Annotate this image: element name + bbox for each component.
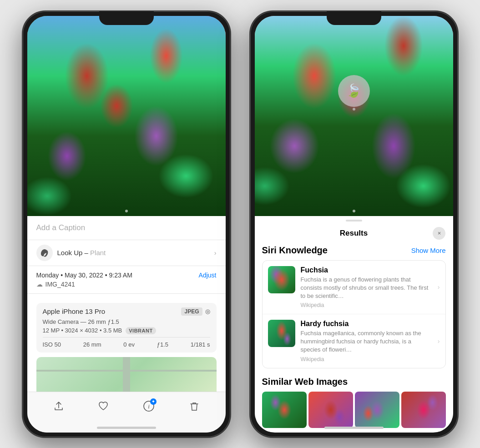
filename-row: ☁ IMG_4241 <box>36 281 217 288</box>
camera-spec: Wide Camera — 26 mm ƒ1.5 <box>43 318 210 325</box>
hardy-chevron-icon: › <box>438 337 440 345</box>
filename-text: IMG_4241 <box>45 281 75 288</box>
leaf-icon <box>40 248 49 257</box>
lookup-row[interactable]: Look Up – Plant › <box>27 240 226 266</box>
caption-field[interactable]: Add a Caption <box>27 216 226 240</box>
date-section: Monday • May 30, 2022 • 9:23 AM Adjust ☁… <box>27 266 226 294</box>
hardy-source: Wikipedia <box>301 356 432 362</box>
vibrant-badge: VIBRANT <box>126 327 156 334</box>
specs-row: 12 MP • 3024 × 4032 • 3.5 MB VIBRANT <box>43 327 210 334</box>
share-button[interactable] <box>54 401 64 414</box>
fuchsia-name: Fuchsia <box>301 266 432 274</box>
fuchsia-source: Wikipedia <box>301 302 432 308</box>
siri-knowledge-title: Siri Knowledge <box>262 245 328 256</box>
svg-text:i: i <box>148 403 150 410</box>
knowledge-card: Fuchsia Fuchsia is a genus of flowering … <box>262 260 446 368</box>
page-dot-right <box>353 210 355 212</box>
similar-images-row <box>262 392 446 428</box>
similar-section: Similar Web Images <box>255 373 453 432</box>
date-row: Monday • May 30, 2022 • 9:23 AM Adjust <box>36 272 217 279</box>
flower-photo-left[interactable] <box>27 16 226 216</box>
resolution-text: 12 MP • 3024 × 4032 • 3.5 MB <box>43 327 122 334</box>
home-indicator-left <box>97 427 156 429</box>
lookup-icon <box>36 245 53 261</box>
heart-button[interactable] <box>98 401 108 414</box>
siri-lookup-bubble[interactable]: 🍃 <box>338 75 370 107</box>
fuchsia-chevron-icon: › <box>438 283 440 291</box>
location-icon: ◎ <box>205 308 210 315</box>
hardy-info: Hardy fuchsia Fuchsia magellanica, commo… <box>301 320 432 362</box>
hardy-thumbnail <box>268 320 295 347</box>
hardy-desc: Fuchsia magellanica, commonly known as t… <box>301 329 432 354</box>
panel-handle[interactable] <box>346 220 362 221</box>
left-phone-inner: Add a Caption Look Up – Plant › Monday •… <box>27 16 226 433</box>
similar-image-4[interactable] <box>401 392 446 428</box>
siri-knowledge-header: Siri Knowledge Show More <box>262 245 446 256</box>
flower-bg-left <box>27 16 226 216</box>
exif-row: ISO 50 26 mm 0 ev ƒ1.5 1/181 s <box>43 337 210 348</box>
fuchsia-desc: Fuchsia is a genus of flowering plants t… <box>301 276 432 301</box>
right-phone-inner: 🍃 Results × Siri Knowled <box>255 16 453 433</box>
results-title: Results <box>340 229 368 238</box>
flower-bg-right <box>255 16 453 216</box>
iso-value: ISO 50 <box>43 341 61 348</box>
date-text: Monday • May 30, 2022 • 9:23 AM <box>36 272 132 279</box>
device-name: Apple iPhone 13 Pro <box>43 307 106 315</box>
results-header: Results × <box>255 225 453 245</box>
fuchsia-thumbnail <box>268 266 295 293</box>
shutter-value: 1/181 s <box>191 341 210 348</box>
caption-placeholder: Add a Caption <box>36 223 86 232</box>
left-phone: Add a Caption Look Up – Plant › Monday •… <box>22 10 231 438</box>
show-more-button[interactable]: Show More <box>411 247 446 254</box>
similar-image-1[interactable] <box>262 392 307 428</box>
ev-value: 0 ev <box>123 341 135 348</box>
fuchsia-thumb-img <box>268 266 295 293</box>
format-badge: JPEG <box>181 307 202 316</box>
hardy-name: Hardy fuchsia <box>301 320 432 328</box>
device-section: Apple iPhone 13 Pro JPEG ◎ Wide Camera —… <box>36 303 217 352</box>
siri-leaf-icon: 🍃 <box>346 83 362 98</box>
close-button[interactable]: × <box>433 227 445 240</box>
results-panel: Results × Siri Knowledge Show More <box>255 216 453 432</box>
device-row: Apple iPhone 13 Pro JPEG ◎ <box>43 307 210 316</box>
info-button[interactable]: i ✦ <box>143 400 155 415</box>
siri-dot <box>353 108 355 111</box>
flower-photo-right[interactable]: 🍃 <box>255 16 453 216</box>
siri-knowledge-section: Siri Knowledge Show More Fuchsia Fuchsia… <box>255 245 453 373</box>
hardy-thumb-img <box>268 320 295 347</box>
similar-image-2[interactable] <box>308 392 353 428</box>
lookup-text: Look Up – Plant <box>57 249 106 257</box>
trash-button[interactable] <box>189 401 199 414</box>
focal-value: 26 mm <box>83 341 101 348</box>
close-icon: × <box>438 230 441 237</box>
hardy-fuchsia-item[interactable]: Hardy fuchsia Fuchsia magellanica, commo… <box>263 314 445 368</box>
right-phone: 🍃 Results × Siri Knowled <box>249 10 459 438</box>
similar-title: Similar Web Images <box>262 377 446 387</box>
fuchsia-item[interactable]: Fuchsia Fuchsia is a genus of flowering … <box>263 261 445 315</box>
lookup-chevron-icon: › <box>214 249 217 257</box>
fuchsia-info: Fuchsia Fuchsia is a genus of flowering … <box>301 266 432 309</box>
page-dot-left <box>125 210 128 212</box>
adjust-button[interactable]: Adjust <box>199 272 217 279</box>
similar-image-3[interactable] <box>355 392 399 428</box>
cloud-icon: ☁ <box>36 281 43 288</box>
aperture-value: ƒ1.5 <box>157 341 168 348</box>
phones-container: Add a Caption Look Up – Plant › Monday •… <box>22 10 459 438</box>
home-indicator-right <box>324 427 384 429</box>
info-badge: ✦ <box>150 398 157 405</box>
